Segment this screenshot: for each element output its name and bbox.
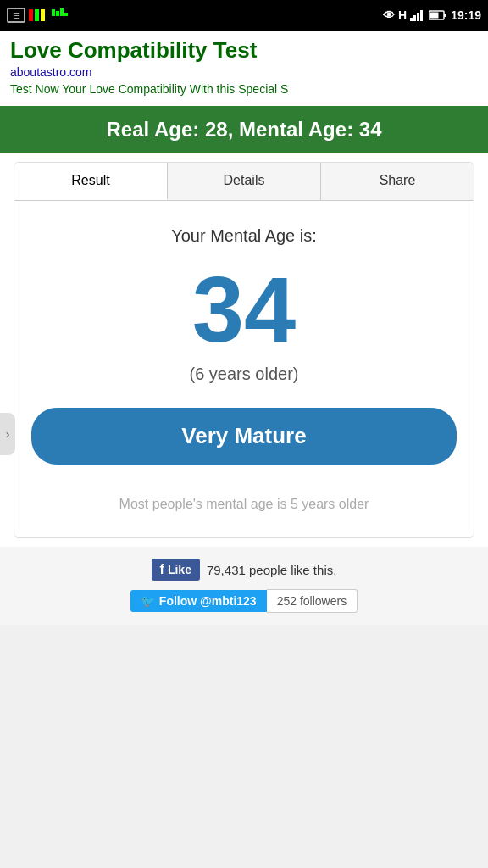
tab-bar: Result Details Share xyxy=(14,163,474,201)
mental-age-number: 34 xyxy=(31,263,457,356)
browser-content: Love Compatibility Test aboutastro.com T… xyxy=(0,31,488,625)
page-url[interactable]: aboutastro.com xyxy=(10,65,478,79)
fb-like-row: f Like 79,431 people like this. xyxy=(152,559,337,581)
side-nav-arrow[interactable]: › xyxy=(0,413,15,455)
twitter-follow-row: 🐦 Follow @mbti123 252 followers xyxy=(130,589,358,613)
page-header: Love Compatibility Test aboutastro.com T… xyxy=(0,31,488,99)
status-right: 👁 H 19:19 xyxy=(383,8,481,22)
tab-result[interactable]: Result xyxy=(14,163,168,200)
svg-rect-7 xyxy=(410,18,413,21)
svg-rect-0 xyxy=(29,9,33,21)
signal-bars xyxy=(410,9,425,21)
stat-text: Most people's mental age is 5 years olde… xyxy=(31,497,457,512)
social-footer: f Like 79,431 people like this. 🐦 Follow… xyxy=(0,547,488,625)
fb-like-label: Like xyxy=(168,563,191,576)
svg-rect-6 xyxy=(64,13,68,16)
result-card: Result Details Share Your Mental Age is:… xyxy=(14,162,474,538)
fb-icon: f xyxy=(160,562,164,577)
svg-rect-5 xyxy=(60,8,64,16)
twitter-follow-label: Follow @mbti123 xyxy=(159,594,257,608)
years-older: (6 years older) xyxy=(31,364,457,384)
carrier-label: H xyxy=(398,8,407,22)
eye-icon: 👁 xyxy=(383,8,395,22)
result-content: Your Mental Age is: 34 (6 years older) V… xyxy=(14,201,474,537)
tab-share[interactable]: Share xyxy=(321,163,474,200)
svg-rect-2 xyxy=(41,9,45,21)
signal-indicator xyxy=(29,8,47,23)
twitter-follow-button[interactable]: 🐦 Follow @mbti123 xyxy=(130,590,267,612)
bb-icon: ☰ xyxy=(7,8,25,23)
mental-age-label: Your Mental Age is: xyxy=(31,226,457,246)
status-bar: ☰ 👁 H 19:19 xyxy=(0,0,488,31)
monitor-icon xyxy=(51,8,69,23)
very-mature-button[interactable]: Very Mature xyxy=(31,408,457,465)
page-title: Love Compatibility Test xyxy=(10,37,478,64)
twitter-bird-icon: 🐦 xyxy=(141,594,155,608)
tab-details[interactable]: Details xyxy=(168,163,321,200)
battery-icon xyxy=(429,9,447,21)
svg-rect-12 xyxy=(444,14,446,17)
fb-like-button[interactable]: f Like xyxy=(152,559,200,581)
fb-like-count: 79,431 people like this. xyxy=(207,563,336,577)
svg-rect-13 xyxy=(430,13,439,19)
time-display: 19:19 xyxy=(451,8,481,22)
page-desc: Test Now Your Love Compatibility With th… xyxy=(10,82,478,96)
svg-rect-10 xyxy=(420,10,423,21)
svg-rect-8 xyxy=(413,15,416,21)
svg-rect-3 xyxy=(52,9,55,16)
age-banner: Real Age: 28, Mental Age: 34 xyxy=(0,106,488,153)
status-left: ☰ xyxy=(7,8,69,23)
followers-badge: 252 followers xyxy=(267,589,358,613)
svg-rect-1 xyxy=(35,9,39,21)
svg-rect-9 xyxy=(417,13,419,21)
svg-rect-4 xyxy=(56,11,59,16)
